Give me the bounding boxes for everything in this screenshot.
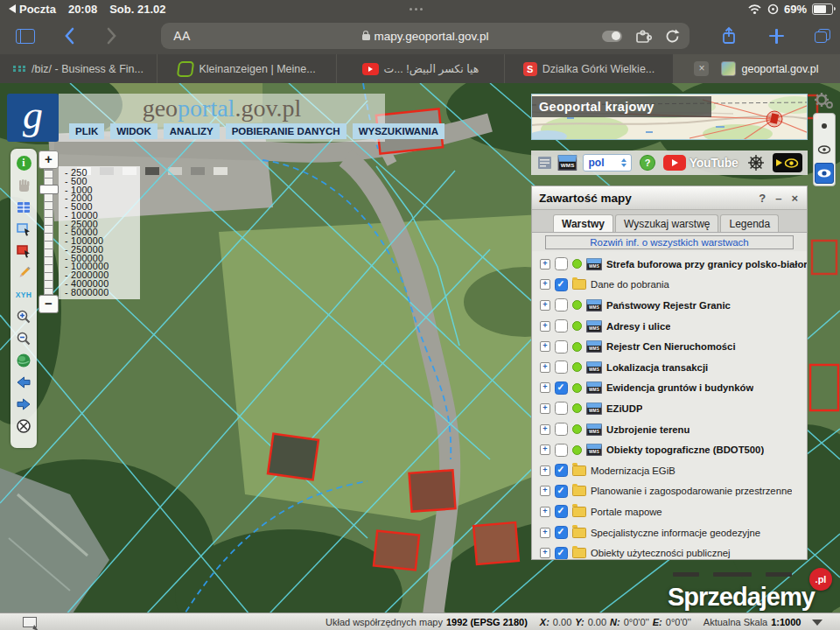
- layer-row[interactable]: WMSAdresy i ulice: [532, 316, 807, 337]
- new-tab-button[interactable]: [762, 23, 791, 49]
- layer-row[interactable]: WMSEwidencja gruntów i budynków: [532, 378, 807, 399]
- visibility-option-2-button[interactable]: [815, 139, 834, 160]
- panel-minimize-button[interactable]: –: [775, 192, 781, 205]
- expand-layer-icon[interactable]: [540, 341, 550, 352]
- layer-row[interactable]: WMSPortale mapowe: [532, 501, 807, 522]
- forward-button[interactable]: [97, 23, 126, 49]
- browser-tab[interactable]: Kleinanzeigen | Meine...: [158, 54, 337, 83]
- expand-layer-icon[interactable]: [540, 403, 550, 414]
- statusbar-collapse-button[interactable]: [812, 620, 822, 626]
- expand-layer-icon[interactable]: [540, 466, 550, 476]
- browser-tab[interactable]: ×geoportal.gov.pl: [674, 54, 840, 83]
- back-button[interactable]: [55, 23, 84, 49]
- tab-warstwy[interactable]: Warstwy: [553, 214, 613, 232]
- pan-tool-button[interactable]: [14, 174, 33, 196]
- expand-layer-icon[interactable]: [540, 528, 550, 538]
- extensions-puzzle-icon[interactable]: [634, 28, 652, 44]
- browser-tab[interactable]: /biz/ - Business & Fin...: [0, 54, 158, 83]
- layer-checkbox[interactable]: [555, 505, 568, 518]
- draw-tool-button[interactable]: [14, 262, 33, 284]
- select-area-button[interactable]: [14, 218, 33, 240]
- overview-map[interactable]: Geoportal krajowy: [531, 94, 808, 140]
- language-select[interactable]: pol: [583, 154, 632, 172]
- help-button[interactable]: ?: [640, 155, 654, 171]
- expand-layer-icon[interactable]: [540, 507, 550, 517]
- layer-checkbox[interactable]: [555, 464, 568, 477]
- menu-pobieranie-danych[interactable]: POBIERANIE DANYCH: [226, 123, 346, 139]
- back-to-app-button[interactable]: Poczta: [9, 3, 56, 16]
- layer-checkbox[interactable]: [555, 340, 568, 354]
- expand-layer-icon[interactable]: [540, 321, 550, 332]
- address-bar[interactable]: AA mapy.geoportal.gov.pl: [161, 23, 690, 49]
- browser-tab[interactable]: SDzialka Górki Wielkie...: [505, 54, 674, 83]
- attribute-table-button[interactable]: [14, 196, 33, 218]
- layer-checkbox[interactable]: [555, 360, 568, 374]
- expand-layer-icon[interactable]: [540, 548, 550, 558]
- layer-checkbox[interactable]: [555, 298, 568, 312]
- wms-service-icon[interactable]: WMS: [558, 155, 578, 171]
- layer-row[interactable]: WMSLokalizacja transakcji: [532, 357, 807, 378]
- browser-tab[interactable]: هيا نكسر البيض! ...ت: [337, 54, 505, 83]
- identify-tool-button[interactable]: [14, 152, 33, 174]
- clear-selection-button[interactable]: [14, 415, 33, 437]
- layer-checkbox[interactable]: [555, 278, 568, 291]
- layer-row[interactable]: WMSStrefa buforowa przy granicy polsko-b…: [532, 254, 807, 275]
- accessibility-toggle[interactable]: [773, 153, 802, 172]
- select-red-area-button[interactable]: [14, 240, 33, 262]
- close-tab-button[interactable]: ×: [694, 61, 709, 76]
- layer-checkbox[interactable]: [555, 526, 568, 539]
- layer-row[interactable]: WMSPaństwowy Rejestr Granic: [532, 295, 807, 316]
- expand-layer-icon[interactable]: [540, 382, 550, 393]
- layer-row[interactable]: WMSDane do pobrania: [532, 275, 807, 296]
- layer-checkbox[interactable]: [555, 402, 568, 415]
- layer-checkbox[interactable]: [555, 485, 568, 498]
- xyh-tool-button[interactable]: XYH: [14, 284, 33, 305]
- helm-wheel-icon[interactable]: [746, 153, 765, 172]
- expand-layer-icon[interactable]: [540, 362, 550, 373]
- layer-row[interactable]: WMSSpecjalistyczne informacje geodezyjne: [532, 522, 807, 543]
- layer-checkbox[interactable]: [555, 547, 568, 560]
- share-button[interactable]: [714, 23, 743, 49]
- menu-plik[interactable]: PLIK: [69, 123, 104, 139]
- expand-layer-icon[interactable]: [540, 424, 550, 435]
- tab-legenda[interactable]: Legenda: [720, 214, 779, 232]
- form-grid-icon[interactable]: [536, 155, 552, 171]
- menu-analizy[interactable]: ANALIZY: [164, 123, 220, 139]
- menu-wyszukiwania[interactable]: WYSZUKIWANIA: [353, 123, 444, 139]
- zoom-out-button[interactable]: −: [38, 295, 59, 313]
- menu-widok[interactable]: WIDOK: [110, 123, 158, 139]
- zoom-slider-handle[interactable]: [39, 185, 59, 194]
- expand-layer-icon[interactable]: [540, 486, 550, 496]
- geoportal-logo[interactable]: g: [7, 94, 59, 142]
- visibility-option-3-button[interactable]: [815, 163, 834, 184]
- full-extent-button[interactable]: [14, 349, 33, 371]
- reload-icon[interactable]: [664, 28, 681, 45]
- previous-view-button[interactable]: [14, 371, 33, 393]
- expand-layer-icon[interactable]: [540, 279, 550, 290]
- layer-row[interactable]: WMSEZiUDP: [532, 398, 807, 419]
- coordinates-tool-icon[interactable]: [23, 617, 37, 627]
- zoom-in-tool-button[interactable]: [14, 305, 33, 327]
- settings-button[interactable]: [812, 89, 835, 110]
- expand-layer-icon[interactable]: [540, 300, 550, 311]
- next-view-button[interactable]: [14, 393, 33, 415]
- layer-checkbox[interactable]: [555, 319, 568, 332]
- panel-close-button[interactable]: ×: [791, 192, 798, 205]
- layer-checkbox[interactable]: [555, 444, 568, 457]
- tab-wyszukaj-warstwe[interactable]: Wyszukaj warstwę: [615, 214, 719, 232]
- layer-row[interactable]: WMSRejestr Cen Nieruchomości: [532, 336, 807, 357]
- expand-all-layers-link[interactable]: Rozwiń inf. o wszystkich warstwach: [545, 235, 794, 249]
- layer-row[interactable]: WMSObiekty użyteczności publicznej: [532, 542, 807, 560]
- layer-checkbox[interactable]: [555, 423, 568, 436]
- scale-option[interactable]: - 8000000: [65, 289, 140, 298]
- panel-help-button[interactable]: ?: [759, 192, 766, 205]
- sidebar-button[interactable]: [10, 23, 39, 49]
- zoom-in-button[interactable]: +: [38, 150, 59, 169]
- privacy-toggle-icon[interactable]: [602, 31, 622, 42]
- layer-checkbox[interactable]: [555, 257, 568, 270]
- expand-layer-icon[interactable]: [540, 259, 550, 270]
- layer-row[interactable]: WMSObiekty topograficzne (BDOT500): [532, 439, 807, 460]
- panel-titlebar[interactable]: Zawartość mapy ? – ×: [532, 186, 807, 210]
- layer-row[interactable]: WMSModernizacja EGiB: [532, 460, 807, 481]
- layer-checkbox[interactable]: [555, 382, 568, 395]
